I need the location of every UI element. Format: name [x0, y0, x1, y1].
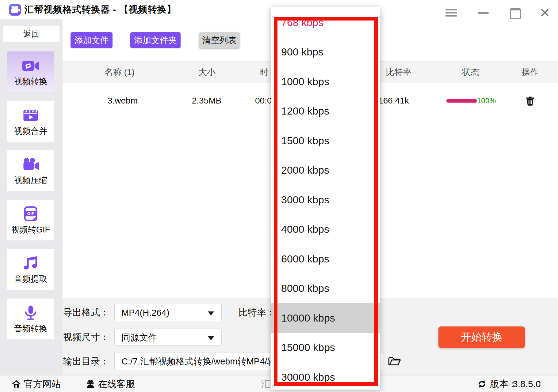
bitrate-option[interactable]: 1500 kbps	[271, 126, 380, 156]
clear-list-button[interactable]: 清空列表	[199, 32, 240, 48]
bitrate-option[interactable]: 2000 kbps	[271, 156, 380, 185]
header-status: 状态	[452, 62, 489, 83]
support-icon	[86, 379, 95, 390]
sidebar: 返回 视频转换 视频合并	[0, 19, 63, 375]
sidebar-item-label: 视频压缩	[14, 175, 47, 186]
video-convert-icon	[22, 57, 40, 75]
bitrate-option-highlighted[interactable]: 10000 kbps	[271, 303, 380, 333]
music-note-icon	[22, 254, 40, 272]
sidebar-item-label: 视频转GIF	[11, 224, 50, 235]
close-button[interactable]	[540, 7, 550, 18]
sidebar-item-video-to-gif[interactable]: GIF 视频转GIF	[7, 200, 54, 240]
sidebar-item-label: 视频合并	[14, 126, 47, 137]
header-bitrate: 比特率	[380, 62, 417, 83]
bitrate-label: 比特率：	[239, 304, 275, 321]
video-size-select[interactable]: 同源文件	[114, 329, 222, 346]
app-logo-icon	[9, 4, 21, 16]
cell-file-size: 2.35MB	[185, 83, 228, 119]
chevron-down-icon	[208, 336, 214, 340]
output-dir-label: 输出目录：	[63, 353, 112, 370]
home-icon	[12, 379, 21, 390]
header-name: 名称 (1)	[95, 62, 144, 83]
app-title: 汇帮视频格式转换器 - 【视频转换】	[25, 0, 176, 19]
chevron-down-icon	[208, 311, 214, 315]
start-convert-button[interactable]: 开始转换	[438, 326, 525, 348]
folder-browse-button[interactable]	[388, 355, 401, 368]
bitrate-option[interactable]: 1200 kbps	[271, 96, 380, 126]
bitrate-dropdown-list: 768 kbps 900 kbps 1000 kbps 1200 kbps 15…	[271, 7, 380, 390]
video-size-value: 同源文件	[121, 333, 157, 342]
sidebar-item-label: 视频转换	[14, 76, 47, 87]
video-merge-icon	[22, 107, 40, 124]
gif-icon: GIF	[22, 205, 40, 223]
sidebar-item-video-convert[interactable]: 视频转换	[7, 51, 54, 92]
bitrate-option[interactable]: 6000 kbps	[271, 244, 380, 274]
folder-icon	[388, 355, 401, 367]
bitrate-option[interactable]: 900 kbps	[271, 37, 380, 67]
svg-text:GIF: GIF	[27, 211, 34, 216]
bitrate-option[interactable]: 768 kbps	[271, 8, 380, 37]
add-file-button[interactable]: 添加文件	[71, 32, 113, 48]
sidebar-item-audio-convert[interactable]: 音频转换	[7, 299, 54, 339]
export-format-value: MP4(H.264)	[121, 308, 169, 318]
video-size-label: 视频尺寸：	[63, 329, 112, 346]
header-size: 大小	[185, 62, 228, 83]
sidebar-item-video-compress[interactable]: 视频压缩	[7, 150, 54, 191]
cell-file-name: 3.webm	[98, 83, 147, 119]
bitrate-option[interactable]: 15000 kbps	[271, 333, 380, 363]
header-action: 操作	[512, 62, 548, 83]
sidebar-item-audio-extract[interactable]: 音频提取	[7, 249, 54, 290]
trash-icon	[525, 96, 535, 106]
progress-bar	[446, 99, 477, 103]
add-folder-button[interactable]: 添加文件夹	[130, 32, 181, 48]
maximize-button[interactable]	[510, 8, 521, 19]
minimize-button[interactable]	[478, 12, 489, 14]
version-value: 3.8.5.0	[513, 375, 541, 392]
hamburger-menu-icon[interactable]	[445, 9, 457, 17]
app-window: 汇帮视频格式转换器 - 【视频转换】 Fb22Ez 返回 视频转换	[0, 0, 558, 392]
sidebar-item-video-merge[interactable]: 视频合并	[7, 101, 54, 142]
online-support-link[interactable]: 在线客服	[98, 375, 135, 392]
bitrate-option[interactable]: 30000 kbps	[271, 362, 380, 390]
sidebar-item-label: 音频提取	[14, 273, 47, 285]
bitrate-option[interactable]: 4000 kbps	[271, 215, 380, 244]
back-button[interactable]: 返回	[3, 26, 59, 42]
refresh-icon[interactable]	[477, 379, 487, 390]
microphone-icon	[22, 304, 40, 322]
delete-row-button[interactable]	[525, 96, 535, 106]
official-site-link[interactable]: 官方网站	[24, 375, 61, 392]
sidebar-item-label: 音频转换	[14, 323, 47, 334]
header-duration: 时	[258, 62, 271, 83]
video-compress-icon	[22, 156, 40, 174]
bitrate-option[interactable]: 8000 kbps	[271, 274, 380, 303]
progress-percent: 100%	[477, 83, 496, 119]
bitrate-option[interactable]: 3000 kbps	[271, 185, 380, 215]
export-format-select[interactable]: MP4(H.264)	[114, 304, 222, 321]
export-format-label: 导出格式：	[63, 304, 112, 321]
bitrate-option[interactable]: 1000 kbps	[271, 67, 380, 96]
